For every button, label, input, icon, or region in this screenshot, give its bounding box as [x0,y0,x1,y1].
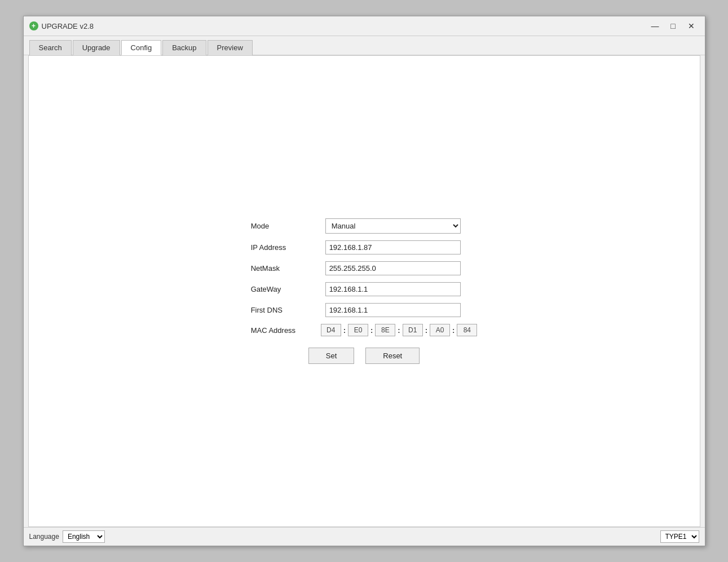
reset-button[interactable]: Reset [365,348,420,364]
mode-row: Mode Manual DHCP [251,218,461,234]
title-bar: UPGRADE v2.8 — □ ✕ [24,16,705,36]
mac-colon-3: : [425,326,427,335]
type-select[interactable]: TYPE1 TYPE2 [660,530,699,543]
netmask-row: NetMask [251,261,461,275]
mode-label: Mode [251,222,319,230]
tab-backup[interactable]: Backup [162,40,206,55]
mac-colon-2: : [398,326,400,335]
minimize-button[interactable]: — [647,20,663,32]
content-area: Mode Manual DHCP IP Address NetMask Gate… [28,55,700,527]
title-bar-left: UPGRADE v2.8 [29,21,94,30]
app-icon [29,21,38,30]
tab-preview[interactable]: Preview [208,40,253,55]
mac-colon-1: : [370,326,373,335]
gateway-row: GateWay [251,282,461,296]
netmask-input[interactable] [325,261,461,275]
dns-input[interactable] [325,303,461,317]
buttons-row: Set Reset [251,348,478,364]
title-controls: — □ ✕ [647,20,699,32]
gateway-input[interactable] [325,282,461,296]
language-label: Language [29,533,59,541]
mode-select[interactable]: Manual DHCP [325,218,461,234]
maximize-button[interactable]: □ [665,20,681,32]
set-button[interactable]: Set [308,348,355,364]
ip-label: IP Address [251,243,319,252]
status-left: Language English Chinese [29,530,105,543]
mac-row: MAC Address : : : : : [251,324,478,336]
tab-bar: Search Upgrade Config Backup Preview [24,36,705,55]
close-button[interactable]: ✕ [683,20,699,32]
ip-row: IP Address [251,240,461,254]
tab-upgrade[interactable]: Upgrade [73,40,120,55]
status-bar: Language English Chinese TYPE1 TYPE2 [24,527,705,546]
dns-label: First DNS [251,306,319,314]
main-window: UPGRADE v2.8 — □ ✕ Search Upgrade Config… [23,16,705,546]
mac-seg-5[interactable] [457,324,477,336]
mac-seg-1[interactable] [348,324,368,336]
mac-seg-2[interactable] [375,324,395,336]
ip-input[interactable] [325,240,461,254]
tab-config[interactable]: Config [121,40,162,55]
mac-seg-0[interactable] [321,324,341,336]
status-right: TYPE1 TYPE2 [660,530,699,543]
mac-seg-4[interactable] [430,324,450,336]
tab-search[interactable]: Search [29,40,72,55]
mac-seg-3[interactable] [403,324,423,336]
config-form: Mode Manual DHCP IP Address NetMask Gate… [251,218,478,364]
mac-label: MAC Address [251,326,319,335]
netmask-label: NetMask [251,264,319,273]
gateway-label: GateWay [251,285,319,293]
language-select[interactable]: English Chinese [63,530,105,543]
dns-row: First DNS [251,303,461,317]
mac-colon-4: : [452,326,455,335]
mac-colon-0: : [343,326,346,335]
window-title: UPGRADE v2.8 [42,22,94,30]
